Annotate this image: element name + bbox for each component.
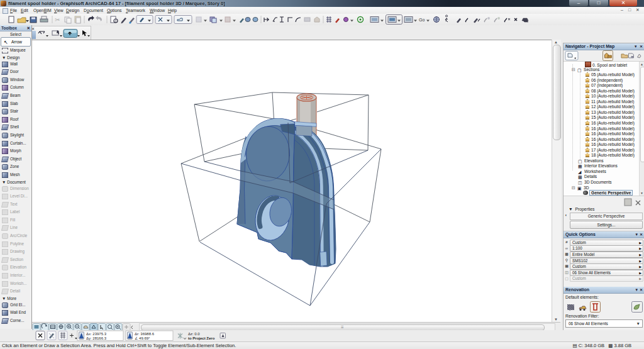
svg-text:Go: Go <box>419 18 425 22</box>
svg-text:Δy: 28166.3: Δy: 28166.3 <box>86 336 107 340</box>
svg-text:to Project Zero: to Project Zero <box>188 336 215 340</box>
svg-text:✂: ✂ <box>55 16 60 23</box>
svg-text:Δr: 36988.6: Δr: 36988.6 <box>135 332 155 336</box>
svg-text:∠ 49.69°: ∠ 49.69° <box>135 336 150 340</box>
svg-text:Δx: 23975.3: Δx: 23975.3 <box>86 332 107 336</box>
svg-text:Δz: 0.0: Δz: 0.0 <box>188 332 200 336</box>
